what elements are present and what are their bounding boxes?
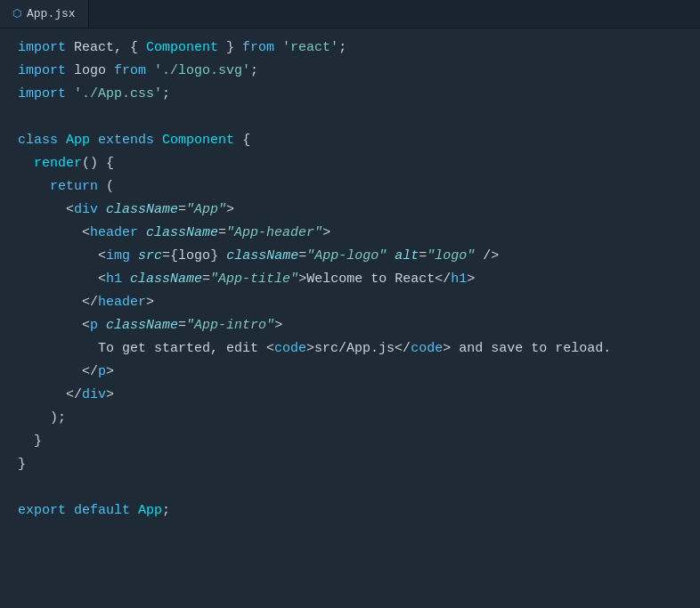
attr-classname-2: className [146,223,218,245]
angle-14c: </ [395,338,411,361]
indent-7 [18,176,50,199]
tag-code: code [274,338,306,361]
attrval-alt: "logo" [427,246,475,268]
space-13 [98,315,106,337]
tag-code-close: code [411,338,443,361]
line-16: </div> [0,385,700,408]
p-text-2: and save to reload. [451,338,611,361]
text-5a [58,130,66,152]
space-9 [138,223,146,245]
indent-15 [18,361,82,384]
tag-header-close: header [98,292,146,314]
tab-label: App.jsx [27,7,76,20]
str-2: './logo.svg' [154,61,250,83]
class-app: App [66,130,90,152]
h1-text: Welcome to React [306,269,435,291]
line-7: return ( [0,176,700,199]
angle-13a: < [82,315,90,337]
text-5d [234,130,242,152]
text-1b [274,37,282,60]
tag-div: div [74,199,98,222]
line-20-empty [0,477,700,500]
tag-h1-close: h1 [451,269,467,291]
attr-classname-4: className [130,269,202,291]
brace-10a: { [170,246,178,268]
line-18: } [0,431,700,454]
line-2: import logo from './logo.svg'; [0,61,700,84]
attrval-header: "App-header" [226,223,322,245]
angle-15a: </ [82,361,98,384]
line-11: <h1 className="App-title">Welcome to Rea… [0,269,700,292]
angle-11b: > [298,269,306,291]
line-17: ); [0,408,700,431]
kw-default: default [74,500,130,523]
indent-14 [18,338,98,361]
attr-classname-3: className [226,246,298,268]
comp-ext: Component [162,130,234,152]
indent-10 [18,246,98,268]
tag-p-close: p [98,361,106,384]
indent-16 [18,385,66,407]
tag-p: p [90,315,98,337]
attr-alt: alt [395,246,419,268]
angle-12b: > [146,292,154,314]
line-10: <img src={logo} className="App-logo" alt… [0,246,700,269]
attrval-logo: "App-logo" [306,246,387,268]
punct-1b: } [218,37,242,60]
eq-13: = [178,315,186,337]
text-5c [154,130,162,152]
angle-11a: < [98,269,106,291]
comp-1: Component [146,37,218,60]
line-15: </p> [0,361,700,385]
space-11 [122,269,130,291]
line-13: <p className="App-intro"> [0,315,700,338]
eq-9: = [218,223,226,245]
text-2b [146,61,154,83]
angle-11d: > [467,269,475,291]
line-8: <div className="App"> [0,199,700,223]
tab-app-jsx[interactable]: ⬡ App.jsx [0,0,89,28]
space-10d [475,246,483,268]
tag-h1: h1 [106,269,122,291]
angle-14a: < [266,338,274,361]
punct-5: { [242,130,250,152]
indent-11 [18,269,98,291]
kw-class: class [18,130,58,152]
p-text-1: To get started, edit [98,338,266,361]
kw-import-1: import [18,37,66,60]
indent-17 [18,408,50,430]
indent-18 [18,431,34,453]
brace-10b: } [210,246,218,268]
angle-9a: < [82,223,90,245]
indent-12 [18,292,82,314]
line-6: render() { [0,153,700,176]
class-close: } [18,454,26,476]
kw-export: export [18,500,66,523]
angle-10a: < [98,246,106,268]
space-21a [66,500,74,523]
line-5: class App extends Component { [0,130,700,153]
line-19: } [0,454,700,477]
fn-render: render [34,153,82,175]
str-1: 'react' [282,37,338,60]
space-21b [130,500,138,523]
tab-bar: ⬡ App.jsx [0,0,700,28]
eq-10c: = [419,246,427,268]
line-9: <header className="App-header"> [0,223,700,246]
attr-classname-1: className [106,199,178,222]
angle-16b: > [106,385,114,407]
punct-7: ( [98,176,114,199]
semi-1: ; [338,37,346,60]
line-4-empty [0,107,700,130]
attr-classname-5: className [106,315,178,337]
punct-6: () { [82,153,114,175]
angle-13b: > [274,315,282,337]
angle-12a: </ [82,292,98,314]
space-8 [98,199,106,222]
kw-import-2: import [18,61,66,83]
eq-10b: = [298,246,306,268]
angle-15b: > [106,361,114,384]
tag-img: img [106,246,130,268]
indent-13 [18,315,82,337]
semi-2: ; [250,61,258,83]
